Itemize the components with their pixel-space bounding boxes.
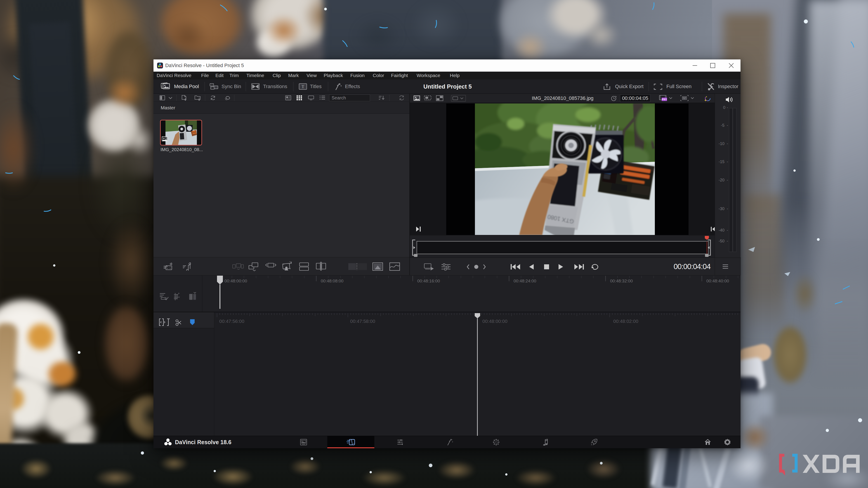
- svg-text:PXY: PXY: [662, 98, 667, 101]
- svg-text:T: T: [302, 85, 304, 89]
